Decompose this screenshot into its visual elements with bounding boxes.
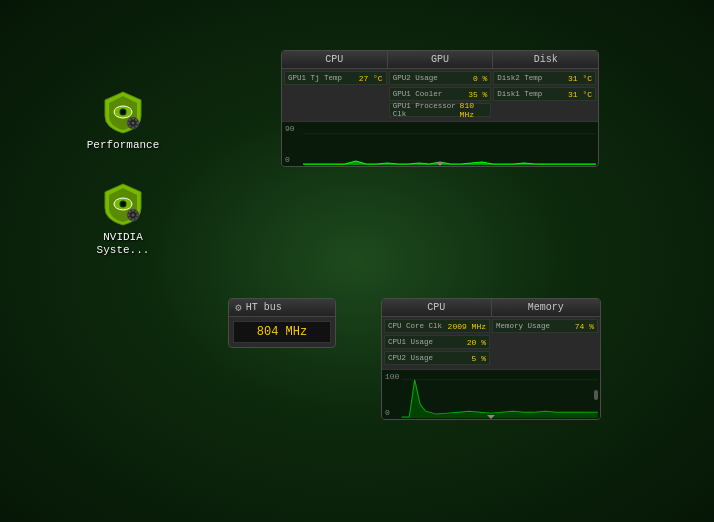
svg-point-2 (121, 110, 125, 114)
cpu1-usage-value: 20 % (467, 338, 486, 347)
bottom-memory-col: Memory Usage 74 % (492, 319, 598, 367)
bottom-graph-area: 100 0 (382, 369, 600, 419)
gpu1-proc-label: GPU1 Processor Clk (393, 102, 460, 118)
mem-usage-label: Memory Usage (496, 322, 550, 330)
performance-icon (99, 88, 147, 136)
gpu1-proc-value: 810 MHz (460, 101, 488, 119)
bottom-stats-area: CPU Core Clk 2009 MHz CPU1 Usage 20 % CP… (382, 317, 600, 369)
gpu1-cooler-label: GPU1 Cooler (393, 90, 443, 98)
svg-point-16 (121, 202, 125, 206)
svg-rect-22 (137, 214, 139, 216)
disk2-temp-label: Disk2 Temp (497, 74, 542, 82)
top-graph-svg (282, 122, 598, 166)
top-widget-panel: CPU GPU Disk GPU1 Tj Temp 27 °C GPU2 Usa… (281, 50, 599, 167)
cpu1-usage-label: CPU1 Usage (388, 338, 433, 346)
gear-icon: ⚙ (235, 301, 242, 314)
bottom-graph-min-label: 0 (385, 408, 390, 417)
cpu-stats-col: GPU1 Tj Temp 27 °C (284, 71, 387, 119)
cpu-core-label: CPU Core Clk (388, 322, 442, 330)
svg-point-5 (132, 122, 135, 125)
tab-bottom-cpu[interactable]: CPU (382, 299, 492, 316)
disk-stats-col: Disk2 Temp 31 °C Disk1 Temp 31 °C (493, 71, 596, 119)
graph-down-arrow (436, 162, 444, 166)
tab-disk[interactable]: Disk (493, 51, 598, 68)
nvidia-sys-icon (99, 180, 147, 228)
cpu-core-value: 2009 MHz (448, 322, 486, 331)
scroll-indicator (594, 390, 598, 400)
nvidia-sys-icon-group[interactable]: NVIDIA Syste... (88, 180, 158, 257)
svg-rect-8 (137, 122, 139, 124)
nvidia-sys-label: NVIDIA Syste... (88, 231, 158, 257)
tab-gpu[interactable]: GPU (388, 51, 494, 68)
mem-usage-value: 74 % (575, 322, 594, 331)
gpu-stats-col: GPU2 Usage 0 % GPU1 Cooler 35 % GPU1 Pro… (389, 71, 492, 119)
performance-icon-group[interactable]: Performance (88, 88, 158, 152)
svg-rect-10 (132, 127, 134, 129)
gpu1-temp-label: GPU1 Tj Temp (288, 74, 342, 82)
top-graph-area: 90 0 (282, 121, 598, 166)
bottom-graph-svg (382, 370, 600, 419)
bottom-graph-max-label: 100 (385, 372, 399, 381)
bottom-widget-tabs: CPU Memory (382, 299, 600, 317)
bottom-cpu-col: CPU Core Clk 2009 MHz CPU1 Usage 20 % CP… (384, 319, 490, 367)
ht-bus-header: ⚙ HT bus (229, 299, 335, 317)
svg-rect-12 (128, 122, 130, 124)
disk2-temp-value: 31 °C (568, 74, 592, 83)
top-graph-max-label: 90 (285, 124, 295, 133)
ht-bus-value: 804 MHz (233, 321, 331, 343)
svg-rect-6 (132, 118, 134, 120)
gpu2-usage-value: 0 % (473, 74, 487, 83)
cpu2-usage-label: CPU2 Usage (388, 354, 433, 362)
performance-label: Performance (87, 139, 160, 152)
disk1-temp-value: 31 °C (568, 90, 592, 99)
svg-rect-20 (132, 210, 134, 212)
svg-rect-26 (128, 214, 130, 216)
cpu2-usage-value: 5 % (472, 354, 486, 363)
tab-cpu[interactable]: CPU (282, 51, 388, 68)
svg-rect-24 (132, 219, 134, 221)
gpu1-temp-value: 27 °C (359, 74, 383, 83)
gpu1-cooler-value: 35 % (468, 90, 487, 99)
svg-point-19 (132, 214, 135, 217)
ht-bus-widget: ⚙ HT bus 804 MHz (228, 298, 336, 348)
top-graph-min-label: 0 (285, 155, 290, 164)
tab-bottom-memory[interactable]: Memory (492, 299, 601, 316)
bottom-graph-arrow (487, 415, 495, 419)
gpu2-usage-label: GPU2 Usage (393, 74, 438, 82)
top-widget-tabs: CPU GPU Disk (282, 51, 598, 69)
ht-bus-label: HT bus (246, 302, 282, 313)
bottom-widget-panel: CPU Memory CPU Core Clk 2009 MHz CPU1 Us… (381, 298, 601, 420)
disk1-temp-label: Disk1 Temp (497, 90, 542, 98)
